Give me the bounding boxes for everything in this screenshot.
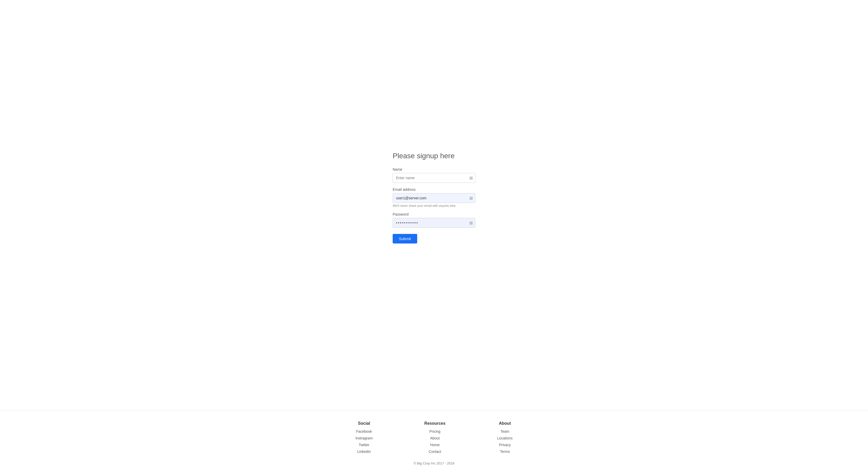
footer-link-privacy[interactable]: Privacy: [499, 443, 511, 447]
password-label: Password: [393, 212, 475, 216]
footer-about-title: About: [499, 421, 511, 426]
footer-link-about[interactable]: About: [430, 436, 440, 440]
name-field-group: Name ⊞: [393, 167, 475, 183]
email-input-wrapper: ⊞: [393, 193, 475, 203]
footer-link-home[interactable]: Home: [430, 443, 440, 447]
footer-link-terms[interactable]: Terms: [500, 449, 510, 453]
footer-columns: Social Facebook Instragram Twitter Linke…: [5, 421, 863, 453]
password-field-group: Password ⊞: [393, 212, 475, 228]
footer-resources-title: Resources: [425, 421, 445, 426]
main-content: Please signup here Name ⊞ Email address …: [0, 0, 868, 410]
footer-link-pricing[interactable]: Pricing: [429, 429, 440, 434]
footer-social-column: Social Facebook Instragram Twitter Linke…: [355, 421, 373, 453]
footer-link-linkedin[interactable]: LinkedIn: [357, 449, 371, 453]
footer: Social Facebook Instragram Twitter Linke…: [0, 410, 868, 473]
name-input-wrapper: ⊞: [393, 173, 475, 183]
email-label: Email address: [393, 188, 475, 192]
footer-link-team[interactable]: Team: [500, 429, 509, 434]
footer-resources-column: Resources Pricing About Home Contact: [425, 421, 445, 453]
footer-link-twitter[interactable]: Twitter: [359, 443, 369, 447]
footer-social-title: Social: [358, 421, 370, 426]
signup-form-container: Please signup here Name ⊞ Email address …: [393, 152, 475, 243]
footer-link-instagram[interactable]: Instragram: [355, 436, 373, 440]
password-input[interactable]: [393, 218, 475, 228]
email-field-group: Email address ⊞ We'll never share your e…: [393, 188, 475, 208]
submit-button[interactable]: Submit: [393, 234, 417, 243]
name-label: Name: [393, 167, 475, 171]
name-input[interactable]: [393, 173, 475, 183]
email-input[interactable]: [393, 193, 475, 203]
footer-link-facebook[interactable]: Facebook: [356, 429, 372, 434]
form-title: Please signup here: [393, 152, 475, 160]
footer-about-column: About Team Locations Privacy Terms: [497, 421, 513, 453]
footer-copyright: © Big Corp Inc 2017 - 2019: [5, 461, 863, 465]
footer-link-contact[interactable]: Contact: [429, 449, 441, 453]
email-hint: We'll never share your email with anyone…: [393, 204, 475, 208]
password-input-wrapper: ⊞: [393, 218, 475, 228]
footer-link-locations[interactable]: Locations: [497, 436, 513, 440]
